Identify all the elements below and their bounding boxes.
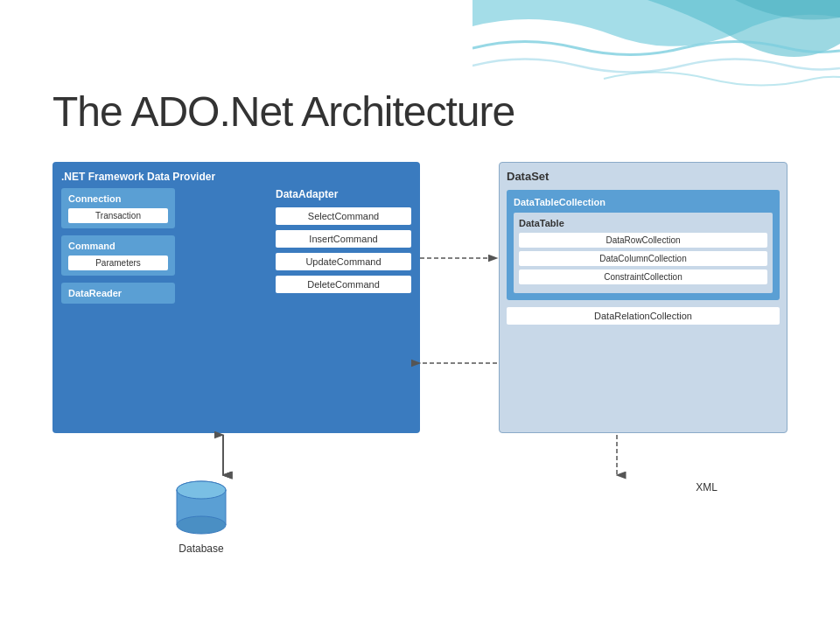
- datareader-label: DataReader: [68, 288, 168, 298]
- net-provider-box: .NET Framework Data Provider Connection …: [52, 162, 420, 433]
- datatable-label: DataTable: [519, 218, 767, 228]
- database-group: Database: [175, 477, 228, 555]
- net-provider-title: .NET Framework Data Provider: [61, 171, 411, 183]
- constraintcollection: ConstraintCollection: [519, 270, 767, 284]
- svg-point-2: [177, 516, 226, 534]
- dataadapter-column: DataAdapter SelectCommand InsertCommand …: [276, 188, 411, 298]
- connection-box: Connection Transaction: [61, 188, 175, 228]
- parameters-box: Parameters: [68, 256, 168, 270]
- database-icon: [175, 477, 228, 538]
- dataset-box: DataSet DataTableCollection DataTable Da…: [499, 162, 788, 433]
- datareader-box: DataReader: [61, 283, 175, 304]
- left-column: Connection Transaction Command Parameter…: [61, 188, 175, 304]
- datatablecollection-label: DataTableCollection: [514, 197, 773, 207]
- datatable-inner: DataTable DataRowCollection DataColumnCo…: [514, 213, 773, 293]
- command-label: Command: [68, 241, 168, 251]
- diagram-container: .NET Framework Data Provider Connection …: [52, 162, 788, 591]
- datacolumncollection: DataColumnCollection: [519, 251, 767, 266]
- dataadapter-label: DataAdapter: [276, 188, 411, 200]
- datarowcollection: DataRowCollection: [519, 233, 767, 248]
- xml-group: XML: [696, 477, 718, 494]
- dataset-title: DataSet: [507, 170, 780, 183]
- select-command: SelectCommand: [276, 207, 411, 225]
- database-label: Database: [178, 542, 223, 555]
- xml-label: XML: [696, 481, 718, 494]
- datarelation-box: DataRelationCollection: [507, 307, 780, 325]
- wave-decoration: [472, 0, 840, 105]
- insert-command: InsertCommand: [276, 230, 411, 248]
- delete-command: DeleteCommand: [276, 276, 411, 293]
- update-command: UpdateCommand: [276, 253, 411, 270]
- connection-label: Connection: [68, 193, 168, 204]
- svg-point-3: [177, 481, 226, 499]
- transaction-box: Transaction: [68, 208, 168, 223]
- slide-title: The ADO.Net Architecture: [52, 88, 514, 136]
- command-box: Command Parameters: [61, 235, 175, 276]
- datatablecollection-box: DataTableCollection DataTable DataRowCol…: [507, 190, 780, 300]
